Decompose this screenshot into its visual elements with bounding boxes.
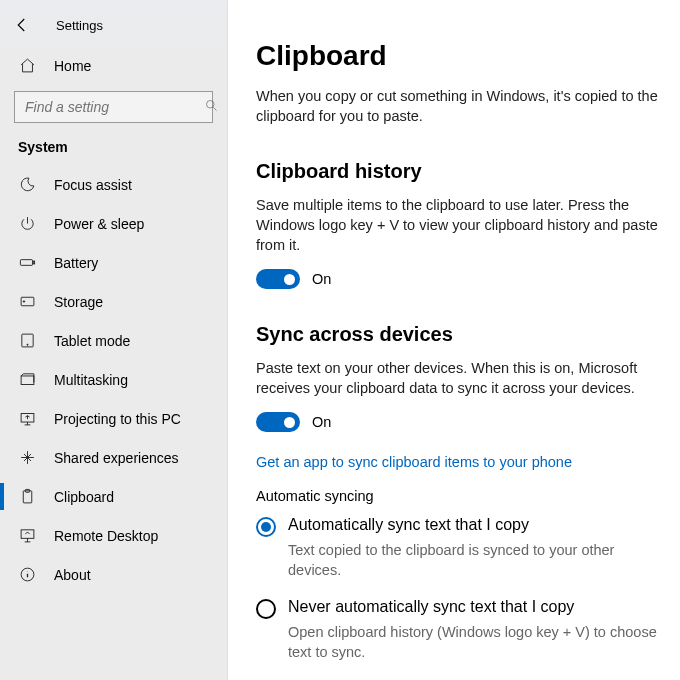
sidebar: Settings Home System Focus assistPower &… <box>0 0 228 680</box>
battery-icon <box>18 254 36 272</box>
moon-icon <box>18 176 36 194</box>
sidebar-item-label: Home <box>54 58 91 74</box>
sidebar-item-label: Remote Desktop <box>54 528 158 544</box>
sidebar-item-label: Power & sleep <box>54 216 144 232</box>
title-bar: Settings <box>0 4 227 46</box>
sidebar-item-about[interactable]: About <box>0 555 227 594</box>
sidebar-item-tablet-mode[interactable]: Tablet mode <box>0 321 227 360</box>
search-input[interactable] <box>23 98 204 116</box>
radio-button[interactable] <box>256 517 276 537</box>
history-toggle-label: On <box>312 271 331 287</box>
svg-rect-1 <box>20 260 32 266</box>
sidebar-item-label: About <box>54 567 91 583</box>
sidebar-item-multitasking[interactable]: Multitasking <box>0 360 227 399</box>
back-button[interactable] <box>6 9 38 41</box>
sidebar-item-clipboard[interactable]: Clipboard <box>0 477 227 516</box>
sidebar-item-label: Tablet mode <box>54 333 130 349</box>
sidebar-item-focus-assist[interactable]: Focus assist <box>0 165 227 204</box>
section-heading-sync: Sync across devices <box>256 323 658 346</box>
radio-button[interactable] <box>256 599 276 619</box>
sync-option-0[interactable]: Automatically sync text that I copy <box>256 516 658 537</box>
shared-icon <box>18 449 36 467</box>
radio-label: Automatically sync text that I copy <box>288 516 529 534</box>
history-body: Save multiple items to the clipboard to … <box>256 195 658 255</box>
svg-point-4 <box>23 301 24 302</box>
intro-text: When you copy or cut something in Window… <box>256 86 658 126</box>
search-box[interactable] <box>14 91 213 123</box>
sidebar-section-label: System <box>0 133 227 165</box>
radio-desc: Text copied to the clipboard is synced t… <box>288 541 658 580</box>
sidebar-item-battery[interactable]: Battery <box>0 243 227 282</box>
sidebar-item-remote-desktop[interactable]: Remote Desktop <box>0 516 227 555</box>
app-title: Settings <box>56 18 103 33</box>
sync-option-1[interactable]: Never automatically sync text that I cop… <box>256 598 658 619</box>
clipboard-icon <box>18 488 36 506</box>
remote-icon <box>18 527 36 545</box>
sync-app-link[interactable]: Get an app to sync clipboard items to yo… <box>256 454 658 470</box>
svg-point-6 <box>26 344 27 345</box>
tablet-icon <box>18 332 36 350</box>
main-content: Clipboard When you copy or cut something… <box>228 0 680 680</box>
svg-rect-7 <box>21 376 34 385</box>
sidebar-item-label: Shared experiences <box>54 450 179 466</box>
radio-desc: Open clipboard history (Windows logo key… <box>288 623 658 662</box>
sidebar-item-label: Projecting to this PC <box>54 411 181 427</box>
svg-rect-11 <box>21 530 34 539</box>
sidebar-item-label: Battery <box>54 255 98 271</box>
storage-icon <box>18 293 36 311</box>
svg-point-0 <box>207 100 215 108</box>
search-icon <box>204 98 219 117</box>
sync-toggle-label: On <box>312 414 331 430</box>
sync-body: Paste text on your other devices. When t… <box>256 358 658 398</box>
sidebar-item-label: Storage <box>54 294 103 310</box>
sync-toggle[interactable] <box>256 412 300 432</box>
page-title: Clipboard <box>256 40 658 72</box>
home-icon <box>18 57 36 75</box>
section-heading-history: Clipboard history <box>256 160 658 183</box>
power-icon <box>18 215 36 233</box>
radio-label: Never automatically sync text that I cop… <box>288 598 574 616</box>
sidebar-item-label: Focus assist <box>54 177 132 193</box>
multitask-icon <box>18 371 36 389</box>
history-toggle[interactable] <box>256 269 300 289</box>
sidebar-item-home[interactable]: Home <box>0 46 227 85</box>
sidebar-item-label: Clipboard <box>54 489 114 505</box>
sidebar-item-label: Multitasking <box>54 372 128 388</box>
sidebar-item-power-sleep[interactable]: Power & sleep <box>0 204 227 243</box>
info-icon <box>18 566 36 584</box>
auto-sync-label: Automatic syncing <box>256 488 658 504</box>
sidebar-item-storage[interactable]: Storage <box>0 282 227 321</box>
sidebar-item-shared-experiences[interactable]: Shared experiences <box>0 438 227 477</box>
sidebar-item-projecting-to-this-pc[interactable]: Projecting to this PC <box>0 399 227 438</box>
svg-rect-2 <box>33 261 34 264</box>
project-icon <box>18 410 36 428</box>
